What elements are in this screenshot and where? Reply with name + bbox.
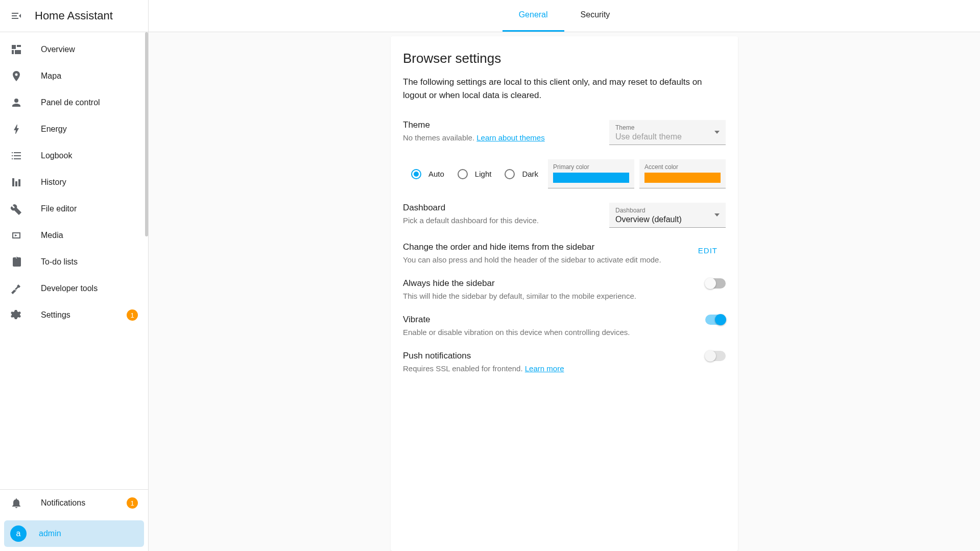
person-icon [10,97,22,109]
map-icon [10,70,22,82]
sidebar-order-row: Change the order and hide items from the… [403,242,726,264]
sidebar-item-label: Developer tools [41,284,138,293]
content: Browser settings The following settings … [149,32,980,551]
bell-icon [10,497,22,509]
radio-light[interactable]: Light [458,169,492,179]
sidebar-item-notifications[interactable]: Notifications 1 [0,490,148,516]
vibrate-subtitle: Enable or disable vibration on this devi… [403,328,695,337]
sidebar-item-label: History [41,178,138,187]
sidebar-order-title: Change the order and hide items from the… [403,242,680,252]
select-value: Use default theme [615,132,720,141]
sidebar: Home Assistant Overview Mapa Panel de co… [0,0,149,551]
vibrate-row: Vibrate Enable or disable vibration on t… [403,315,726,337]
push-title: Push notifications [403,351,695,361]
notifications-badge: 1 [127,497,138,509]
clipboard-icon [10,256,22,268]
sidebar-item-label: Overview [41,45,138,54]
accent-color-swatch [644,173,721,183]
app-title: Home Assistant [35,9,113,22]
learn-themes-link[interactable]: Learn about themes [476,133,544,142]
sidebar-item-logbook[interactable]: Logbook [0,142,148,169]
hide-sidebar-toggle[interactable] [705,278,726,289]
chevron-down-icon [714,213,720,217]
sidebar-item-developer-tools[interactable]: Developer tools [0,275,148,302]
energy-icon [10,123,22,135]
select-value: Overview (default) [615,215,720,224]
hide-sidebar-row: Always hide the sidebar This will hide t… [403,278,726,300]
push-toggle [705,351,726,361]
sidebar-item-settings[interactable]: Settings 1 [0,302,148,328]
dashboard-row: Dashboard Pick a default dashboard for t… [403,203,726,228]
hide-sidebar-subtitle: This will hide the sidebar by default, s… [403,292,695,300]
sidebar-item-media[interactable]: Media [0,222,148,249]
push-row: Push notifications Requires SSL enabled … [403,351,726,373]
tab-general[interactable]: General [503,0,564,32]
primary-color-picker[interactable]: Primary color [548,159,634,188]
theme-mode-row: Auto Light Dark Primary color [403,159,726,188]
wrench-icon [10,203,22,215]
settings-card: Browser settings The following settings … [391,36,738,551]
media-icon [10,229,22,242]
edit-button[interactable]: EDIT [690,242,726,259]
sidebar-item-label: File editor [41,204,138,213]
theme-mode-group: Auto Light Dark [403,169,544,179]
sidebar-item-history[interactable]: History [0,169,148,196]
scrollbar[interactable] [145,32,148,339]
gear-icon [10,309,22,321]
radio-icon [458,169,468,179]
radio-label: Light [475,170,492,178]
vibrate-toggle[interactable] [705,315,726,325]
hide-sidebar-title: Always hide the sidebar [403,278,695,289]
sidebar-item-todo[interactable]: To-do lists [0,249,148,275]
radio-icon [505,169,515,179]
tab-security[interactable]: Security [564,0,627,32]
sidebar-item-panel[interactable]: Panel de control [0,89,148,116]
push-subtitle: Requires SSL enabled for frontend. Learn… [403,364,695,373]
sidebar-header: Home Assistant [0,0,148,32]
select-label: Dashboard [615,207,720,214]
dashboard-subtitle: Pick a default dashboard for this device… [403,216,599,225]
dashboard-icon [10,43,22,56]
sidebar-bottom: Notifications 1 a admin [0,489,148,551]
sidebar-item-label: Logbook [41,151,138,160]
card-description: The following settings are local to this… [403,76,726,102]
select-label: Theme [615,124,720,131]
user-name: admin [39,529,61,538]
radio-dark[interactable]: Dark [505,169,538,179]
radio-label: Dark [522,170,538,178]
theme-title: Theme [403,120,599,130]
tabs: General Security [149,0,980,32]
menu-collapse-icon[interactable] [10,10,22,22]
dashboard-select[interactable]: Dashboard Overview (default) [609,203,726,228]
avatar: a [10,525,27,542]
learn-more-link[interactable]: Learn more [525,364,564,373]
color-pickers: Primary color Accent color [548,159,726,188]
accent-color-picker[interactable]: Accent color [639,159,726,188]
main: General Security Browser settings The fo… [149,0,980,551]
sidebar-item-label: Notifications [41,498,127,508]
sidebar-item-label: To-do lists [41,257,138,267]
sidebar-item-label: Panel de control [41,98,138,107]
sidebar-item-mapa[interactable]: Mapa [0,63,148,89]
theme-subtitle: No themes available. Learn about themes [403,133,599,142]
sidebar-scroll: Overview Mapa Panel de control Energy Lo… [0,32,148,489]
logbook-icon [10,150,22,162]
sidebar-item-energy[interactable]: Energy [0,116,148,142]
vibrate-title: Vibrate [403,315,695,325]
radio-auto[interactable]: Auto [411,169,444,179]
sidebar-user[interactable]: a admin [4,520,144,547]
radio-label: Auto [428,170,444,178]
primary-color-swatch [553,173,629,183]
color-label: Accent color [644,163,721,171]
radio-icon [411,169,421,179]
settings-badge: 1 [127,309,138,321]
sidebar-item-file-editor[interactable]: File editor [0,196,148,222]
theme-row: Theme No themes available. Learn about t… [403,120,726,145]
sidebar-item-label: Media [41,231,138,240]
dashboard-title: Dashboard [403,203,599,213]
sidebar-item-overview[interactable]: Overview [0,36,148,63]
sidebar-order-subtitle: You can also press and hold the header o… [403,255,680,264]
chevron-down-icon [714,131,720,134]
sidebar-item-label: Mapa [41,71,138,81]
theme-select[interactable]: Theme Use default theme [609,120,726,145]
